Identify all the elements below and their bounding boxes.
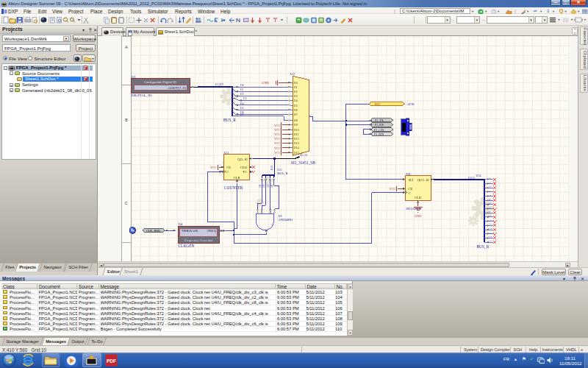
svg-text:D3: D3: [243, 97, 247, 100]
svg-text:D3: D3: [294, 95, 298, 98]
svg-text:E15 6: E15 6: [468, 177, 475, 180]
svg-text:D15: D15: [294, 152, 299, 155]
svg-text:Q1: Q1: [489, 182, 492, 184]
svg-text:Q3: Q3: [259, 184, 262, 188]
svg-text:U2: U2: [290, 72, 295, 76]
svg-text:Q8: Q8: [489, 210, 492, 213]
svg-text:D0: D0: [294, 82, 298, 85]
svg-text:CLK_BRD: CLK_BRD: [146, 229, 160, 233]
svg-text:Q7: Q7: [489, 207, 492, 209]
svg-text:D1: D1: [240, 88, 244, 91]
svg-text:CLR: CLR: [415, 196, 422, 199]
svg-text:CE: CE: [409, 187, 413, 191]
svg-text:F3_TX: F3_TX: [375, 118, 384, 122]
svg-text:VCC: VCC: [274, 146, 281, 150]
svg-text:D2: D2: [294, 91, 298, 93]
svg-text:D8: D8: [294, 119, 298, 122]
svg-text:BUS_R: BUS_R: [277, 171, 288, 175]
svg-text:VCC: VCC: [389, 187, 395, 191]
svg-text:Q[15..0]: Q[15..0]: [417, 178, 429, 182]
svg-text:RS2: RS2: [375, 103, 380, 106]
svg-text:Q15: Q15: [489, 240, 492, 242]
svg-text:Q9: Q9: [489, 215, 492, 217]
svg-text:VCC: VCC: [274, 132, 281, 136]
svg-text:Q6: Q6: [489, 202, 492, 205]
svg-text:Q14: Q14: [489, 236, 492, 238]
svg-text:D4: D4: [240, 102, 244, 105]
svg-text:Q4: Q4: [489, 194, 492, 197]
svg-text:C: C: [125, 201, 128, 205]
svg-text:JW: JW: [131, 230, 135, 233]
svg-text:D11: D11: [294, 133, 298, 136]
svg-text:BUS_R: BUS_R: [223, 118, 236, 122]
svg-text:VCC: VCC: [274, 128, 281, 132]
svg-text:CE: CE: [226, 166, 231, 169]
svg-text:GND: GND: [262, 81, 269, 85]
svg-text:FREQ: FREQ: [207, 229, 216, 233]
svg-text:TIMEBASE: TIMEBASE: [182, 229, 198, 233]
svg-text:D14: D14: [294, 146, 299, 149]
svg-text:D13: D13: [294, 142, 299, 145]
svg-text:F3_RTS: F3_RTS: [374, 132, 384, 136]
svg-text:D5: D5: [240, 107, 244, 110]
svg-text:AF18: AF18: [407, 102, 415, 106]
svg-text:D4: D4: [294, 99, 298, 102]
svg-text:D7: D7: [294, 113, 298, 116]
svg-text:BUS_R: BUS_R: [477, 244, 490, 249]
svg-text:U6: U6: [406, 172, 411, 176]
svg-text:PDF: PDF: [107, 358, 116, 364]
svg-text:D0: D0: [240, 84, 244, 87]
svg-text:VCC: VCC: [274, 141, 281, 145]
svg-text:D7: D7: [240, 113, 244, 116]
svg-text:U24: U24: [476, 174, 481, 177]
svg-text:Q0: Q0: [270, 184, 273, 188]
svg-text:M1_31451_SB: M1_31451_SB: [291, 160, 315, 165]
svg-text:Q5: Q5: [489, 198, 492, 200]
svg-text:TC: TC: [243, 170, 247, 174]
svg-text:COUNTER: COUNTER: [224, 185, 243, 190]
svg-text:Q1: Q1: [267, 184, 270, 188]
svg-text:D9: D9: [294, 124, 298, 127]
svg-text:U4: U4: [179, 222, 184, 226]
svg-text:VCC: VCC: [274, 151, 281, 155]
svg-text:Q3: Q3: [489, 190, 492, 192]
svg-text:VCC: VCC: [274, 137, 281, 141]
svg-text:Q2: Q2: [489, 185, 492, 188]
svg-text:D10: D10: [294, 129, 299, 132]
svg-text:S[1..0]: S[1..0]: [300, 154, 307, 157]
svg-text:D1: D1: [294, 86, 298, 89]
svg-text:CEO: CEO: [240, 166, 248, 169]
svg-text:F3_RX: F3_RX: [375, 123, 384, 127]
svg-text:D5: D5: [294, 105, 298, 107]
svg-text:AOUT[7..0]: AOUT[7..0]: [168, 86, 186, 90]
svg-text:VCC: VCC: [274, 124, 281, 127]
svg-text:VCC: VCC: [210, 166, 217, 169]
svg-text:Frequency Generator: Frequency Generator: [184, 238, 213, 242]
svg-text:C: C: [226, 170, 229, 174]
svg-text:CLKGEN: CLKGEN: [179, 244, 195, 248]
svg-text:Q[3..0]: Q[3..0]: [237, 158, 248, 161]
svg-text:E1 6F9: E1 6F9: [215, 83, 223, 86]
svg-text:D12: D12: [294, 138, 299, 141]
svg-text:AND4SB1: AND4SB1: [279, 218, 294, 222]
svg-text:D6: D6: [294, 109, 298, 112]
svg-text:Q11: Q11: [489, 223, 492, 225]
svg-text:GND: GND: [415, 214, 422, 218]
svg-text:D2: D2: [240, 93, 244, 96]
svg-text:F3_CTS: F3_CTS: [374, 128, 384, 132]
svg-text:Q2: Q2: [262, 184, 265, 188]
svg-text:U3: U3: [224, 151, 229, 155]
svg-text:E2.6: E2.6: [270, 165, 273, 170]
svg-text:Q13: Q13: [489, 232, 492, 234]
svg-text:DIGITAL_IO: DIGITAL_IO: [132, 93, 152, 97]
svg-text:Q0: Q0: [489, 177, 492, 180]
svg-text:C: C: [409, 191, 411, 195]
svg-text:CLR: CLR: [234, 176, 241, 180]
svg-text:Q10: Q10: [489, 219, 492, 222]
svg-text:Configurable Digital IO: Configurable Digital IO: [144, 80, 177, 84]
svg-text:SLI: SLI: [409, 178, 414, 182]
svg-text:Q12: Q12: [489, 227, 492, 230]
